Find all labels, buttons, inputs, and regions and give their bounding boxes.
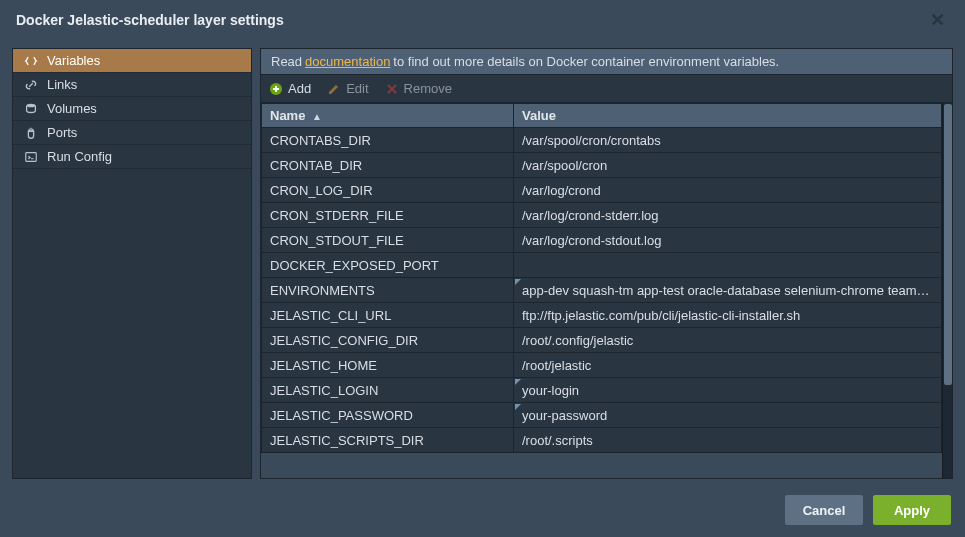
cell-name[interactable]: CRONTAB_DIR <box>262 153 514 178</box>
cell-value[interactable]: /var/log/crond-stdout.log <box>514 228 942 253</box>
sidebar-item-label: Variables <box>47 53 100 68</box>
sidebar-item-links[interactable]: Links <box>13 73 251 97</box>
table-row[interactable]: JELASTIC_CONFIG_DIR/root/.config/jelasti… <box>262 328 942 353</box>
sidebar-item-run-config[interactable]: Run Config <box>13 145 251 169</box>
sidebar: Variables Links Volumes Ports Run Config <box>12 48 252 479</box>
cell-name[interactable]: JELASTIC_CONFIG_DIR <box>262 328 514 353</box>
svg-rect-1 <box>26 152 37 161</box>
cell-value[interactable]: your-login <box>514 378 942 403</box>
sidebar-item-label: Volumes <box>47 101 97 116</box>
cell-value[interactable] <box>514 253 942 278</box>
cell-name[interactable]: JELASTIC_HOME <box>262 353 514 378</box>
variables-table-scroll: Name ▲ Value CRONTABS_DIR/var/spool/cron… <box>261 103 942 478</box>
edit-button[interactable]: Edit <box>327 81 368 96</box>
cell-value[interactable]: /var/log/crond-stderr.log <box>514 203 942 228</box>
cell-value[interactable]: app-dev squash-tm app-test oracle-databa… <box>514 278 942 303</box>
dialog-title: Docker Jelastic-scheduler layer settings <box>16 12 284 28</box>
table-row[interactable]: JELASTIC_HOME/root/jelastic <box>262 353 942 378</box>
close-icon[interactable]: ✕ <box>926 9 949 31</box>
info-prefix: Read <box>271 54 302 69</box>
volumes-icon <box>23 101 39 117</box>
table-row[interactable]: CRON_STDERR_FILE/var/log/crond-stderr.lo… <box>262 203 942 228</box>
cell-value[interactable]: /root/.scripts <box>514 428 942 453</box>
documentation-link[interactable]: documentation <box>305 54 390 69</box>
cell-value[interactable]: your-password <box>514 403 942 428</box>
toolbar: Add Edit Remove <box>261 75 952 103</box>
cell-name[interactable]: CRON_LOG_DIR <box>262 178 514 203</box>
cell-value[interactable]: /var/spool/cron/crontabs <box>514 128 942 153</box>
main-region: Variables Links Volumes Ports Run Config <box>0 40 965 483</box>
cell-name[interactable]: DOCKER_EXPOSED_PORT <box>262 253 514 278</box>
sort-asc-icon: ▲ <box>312 111 322 122</box>
table-row[interactable]: DOCKER_EXPOSED_PORT <box>262 253 942 278</box>
cancel-button[interactable]: Cancel <box>785 495 863 525</box>
sidebar-item-label: Links <box>47 77 77 92</box>
cell-name[interactable]: CRONTABS_DIR <box>262 128 514 153</box>
info-bar: Read documentation to find out more deta… <box>261 49 952 75</box>
cell-value[interactable]: /root/.config/jelastic <box>514 328 942 353</box>
scrollbar-thumb[interactable] <box>944 104 952 385</box>
cell-value[interactable]: /root/jelastic <box>514 353 942 378</box>
cell-name[interactable]: JELASTIC_CLI_URL <box>262 303 514 328</box>
sidebar-item-ports[interactable]: Ports <box>13 121 251 145</box>
link-icon <box>23 77 39 93</box>
apply-button[interactable]: Apply <box>873 495 951 525</box>
cell-name[interactable]: JELASTIC_SCRIPTS_DIR <box>262 428 514 453</box>
ports-icon <box>23 125 39 141</box>
table-row[interactable]: JELASTIC_LOGINyour-login <box>262 378 942 403</box>
table-row[interactable]: ENVIRONMENTSapp-dev squash-tm app-test o… <box>262 278 942 303</box>
table-row[interactable]: CRONTABS_DIR/var/spool/cron/crontabs <box>262 128 942 153</box>
vertical-scrollbar[interactable] <box>942 103 952 478</box>
dialog-footer: Cancel Apply <box>0 483 965 537</box>
sidebar-item-label: Run Config <box>47 149 112 164</box>
remove-label: Remove <box>404 81 452 96</box>
col-name[interactable]: Name ▲ <box>262 104 514 128</box>
terminal-icon <box>23 149 39 165</box>
sidebar-item-variables[interactable]: Variables <box>13 49 251 73</box>
table-row[interactable]: JELASTIC_PASSWORDyour-password <box>262 403 942 428</box>
cell-value[interactable]: /var/log/crond <box>514 178 942 203</box>
add-button[interactable]: Add <box>269 81 311 96</box>
cell-name[interactable]: CRON_STDOUT_FILE <box>262 228 514 253</box>
cell-value[interactable]: /var/spool/cron <box>514 153 942 178</box>
cell-name[interactable]: JELASTIC_LOGIN <box>262 378 514 403</box>
braces-icon <box>23 53 39 69</box>
table-row[interactable]: CRON_LOG_DIR/var/log/crond <box>262 178 942 203</box>
col-value[interactable]: Value <box>514 104 942 128</box>
remove-button[interactable]: Remove <box>385 81 452 96</box>
sidebar-item-label: Ports <box>47 125 77 140</box>
titlebar: Docker Jelastic-scheduler layer settings… <box>0 0 965 40</box>
edit-icon <box>327 82 341 96</box>
svg-point-0 <box>27 103 36 107</box>
cell-name[interactable]: JELASTIC_PASSWORD <box>262 403 514 428</box>
cell-value[interactable]: ftp://ftp.jelastic.com/pub/cli/jelastic-… <box>514 303 942 328</box>
add-label: Add <box>288 81 311 96</box>
table-row[interactable]: CRONTAB_DIR/var/spool/cron <box>262 153 942 178</box>
table-wrap: Name ▲ Value CRONTABS_DIR/var/spool/cron… <box>261 103 952 478</box>
remove-icon <box>385 82 399 96</box>
info-suffix: to find out more details on Docker conta… <box>393 54 779 69</box>
edit-label: Edit <box>346 81 368 96</box>
table-row[interactable]: JELASTIC_CLI_URLftp://ftp.jelastic.com/p… <box>262 303 942 328</box>
cell-name[interactable]: ENVIRONMENTS <box>262 278 514 303</box>
content-panel: Read documentation to find out more deta… <box>260 48 953 479</box>
sidebar-item-volumes[interactable]: Volumes <box>13 97 251 121</box>
table-row[interactable]: CRON_STDOUT_FILE/var/log/crond-stdout.lo… <box>262 228 942 253</box>
add-icon <box>269 82 283 96</box>
table-row[interactable]: JELASTIC_SCRIPTS_DIR/root/.scripts <box>262 428 942 453</box>
variables-table: Name ▲ Value CRONTABS_DIR/var/spool/cron… <box>261 103 942 453</box>
cell-name[interactable]: CRON_STDERR_FILE <box>262 203 514 228</box>
